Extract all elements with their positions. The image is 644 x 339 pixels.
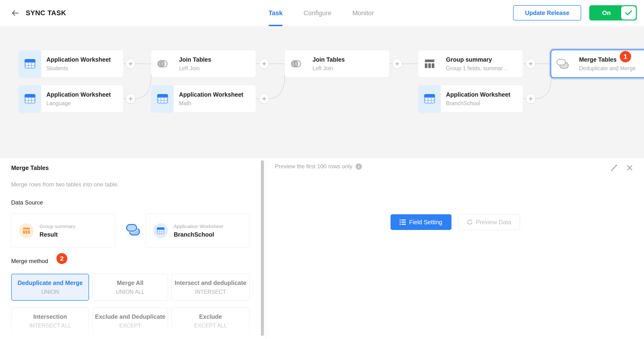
preview-data-button[interactable]: Preview Data xyxy=(458,214,520,230)
node-subtitle: Math xyxy=(179,100,243,107)
node-subtitle: Group 1 fields, summar… xyxy=(446,65,508,72)
node-subtitle: Left Join xyxy=(179,65,211,72)
node-icon-area xyxy=(18,50,41,77)
node-subtitle: Left Join xyxy=(312,65,345,72)
node-subtitle: BranchSchool xyxy=(446,100,510,107)
flow-node-language[interactable]: Application Worksheet Language xyxy=(18,85,123,112)
panel-description: Merge rows from two tables into one tabl… xyxy=(11,181,119,188)
data-source-label: Data Source xyxy=(11,199,43,206)
expand-icon[interactable] xyxy=(610,164,618,172)
flow-node-math[interactable]: Application Worksheet Math xyxy=(151,85,256,112)
info-icon[interactable] xyxy=(356,163,362,170)
method-subtitle: EXCEPT ALL xyxy=(194,322,227,329)
method-subtitle: EXCEPT xyxy=(119,322,141,329)
close-icon[interactable] xyxy=(626,164,634,172)
add-step-button[interactable] xyxy=(126,59,135,68)
source-type: Group summary xyxy=(40,224,76,229)
flow-node-join-1[interactable]: Join Tables Left Join xyxy=(151,50,256,77)
method-title: Deduplicate and Merge xyxy=(18,280,83,286)
back-button[interactable] xyxy=(10,9,20,17)
node-title: Application Worksheet xyxy=(46,56,111,63)
method-title: Intersection xyxy=(33,313,67,320)
group-icon xyxy=(22,227,30,234)
merge-icon xyxy=(556,58,569,69)
panel-title: Merge Tables xyxy=(11,164,49,172)
node-icon-area xyxy=(151,50,174,77)
method-title: Merge All xyxy=(117,280,144,286)
tab-monitor[interactable]: Monitor xyxy=(352,0,374,26)
table-icon xyxy=(157,94,168,104)
group-icon xyxy=(424,59,435,68)
node-icon-area xyxy=(418,85,441,112)
tab-configure[interactable]: Configure xyxy=(304,0,332,26)
table-icon xyxy=(424,94,435,104)
update-release-button[interactable]: Update Release xyxy=(513,5,581,20)
node-title: Application Worksheet xyxy=(46,91,111,98)
preview-panel: Preview the first 100 rows only xyxy=(266,158,644,339)
flow-canvas: Application Worksheet Students Applicati… xyxy=(0,26,644,158)
field-setting-button[interactable]: Field Setting xyxy=(390,214,452,230)
node-icon-area xyxy=(285,50,307,77)
flow-node-students[interactable]: Application Worksheet Students xyxy=(18,50,123,77)
node-icon-area xyxy=(551,50,574,77)
method-exclude[interactable]: Exclude EXCEPT ALL xyxy=(172,308,250,334)
table-icon xyxy=(24,94,36,104)
method-intersect-and-deduplicate[interactable]: Intersect and deduplicate INTERSECT xyxy=(172,274,250,301)
merge-config-panel: Merge Tables Merge rows from two tables … xyxy=(0,158,266,339)
add-step-button[interactable] xyxy=(393,59,402,68)
method-deduplicate-and-merge[interactable]: Deduplicate and Merge UNION xyxy=(11,274,89,301)
node-title: Application Worksheet xyxy=(446,91,510,98)
refresh-icon xyxy=(467,219,473,225)
field-list-icon xyxy=(400,219,406,225)
node-title: Join Tables xyxy=(312,56,345,63)
merge-operation-icon xyxy=(126,222,140,238)
method-title: Exclude xyxy=(199,313,222,320)
node-icon-area xyxy=(151,85,174,112)
method-exclude-and-deduplicate[interactable]: Exclude and Deduplicate EXCEPT xyxy=(92,308,168,334)
method-merge-all[interactable]: Merge All UNION ALL xyxy=(92,274,168,301)
add-step-button[interactable] xyxy=(526,94,535,103)
source-icon-circle xyxy=(153,223,168,238)
node-title: Group summary xyxy=(446,56,508,63)
tab-task[interactable]: Task xyxy=(268,0,283,26)
task-on-toggle[interactable]: On xyxy=(589,5,637,20)
add-step-button[interactable] xyxy=(126,94,135,103)
method-subtitle: UNION xyxy=(41,289,59,295)
back-arrow-icon xyxy=(10,9,20,17)
flow-node-branchschool[interactable]: Application Worksheet BranchSchool xyxy=(418,85,523,112)
sync-task-app: SYNC TASK Task Configure Monitor Update … xyxy=(0,0,644,339)
field-setting-label: Field Setting xyxy=(409,219,442,226)
source-card-branchschool[interactable]: Application Worksheet BranchSchool xyxy=(146,214,250,248)
node-title: Application Worksheet xyxy=(179,91,243,98)
method-intersection[interactable]: Intersection INTERSECT ALL xyxy=(11,308,89,334)
table-icon xyxy=(157,227,164,234)
source-card-result[interactable]: Group summary Result xyxy=(11,214,115,248)
node-title: Join Tables xyxy=(179,56,211,63)
check-icon xyxy=(625,10,632,16)
source-type: Application Worksheet xyxy=(174,224,224,229)
add-step-button[interactable] xyxy=(260,59,269,68)
source-icon-circle xyxy=(19,223,34,238)
node-subtitle: Students xyxy=(46,65,111,72)
method-title: Exclude and Deduplicate xyxy=(95,313,166,320)
node-subtitle: Deduplicate and Merge xyxy=(579,65,636,72)
merge-method-badge: 2 xyxy=(56,253,67,264)
method-title: Intersect and deduplicate xyxy=(175,280,246,286)
source-name: Result xyxy=(40,231,76,238)
merge-method-label: Merge method xyxy=(11,258,48,264)
preview-data-label: Preview Data xyxy=(476,219,511,226)
flow-node-group-summary[interactable]: Group summary Group 1 fields, summar… xyxy=(418,50,523,77)
add-step-button[interactable] xyxy=(526,59,535,68)
error-count-badge: 1 xyxy=(620,51,631,62)
join-icon xyxy=(290,59,302,68)
page-title: SYNC TASK xyxy=(26,9,66,17)
preview-note-text: Preview the first 100 rows only xyxy=(275,163,352,170)
add-step-button[interactable] xyxy=(260,94,269,103)
node-subtitle: Language xyxy=(46,100,111,107)
panel-scrollbar[interactable] xyxy=(261,160,264,336)
header: SYNC TASK Task Configure Monitor Update … xyxy=(0,0,644,26)
toggle-state-label: On xyxy=(602,5,611,20)
node-icon-area xyxy=(418,50,441,77)
flow-node-join-2[interactable]: Join Tables Left Join xyxy=(285,50,389,77)
method-subtitle: INTERSECT ALL xyxy=(29,322,71,329)
